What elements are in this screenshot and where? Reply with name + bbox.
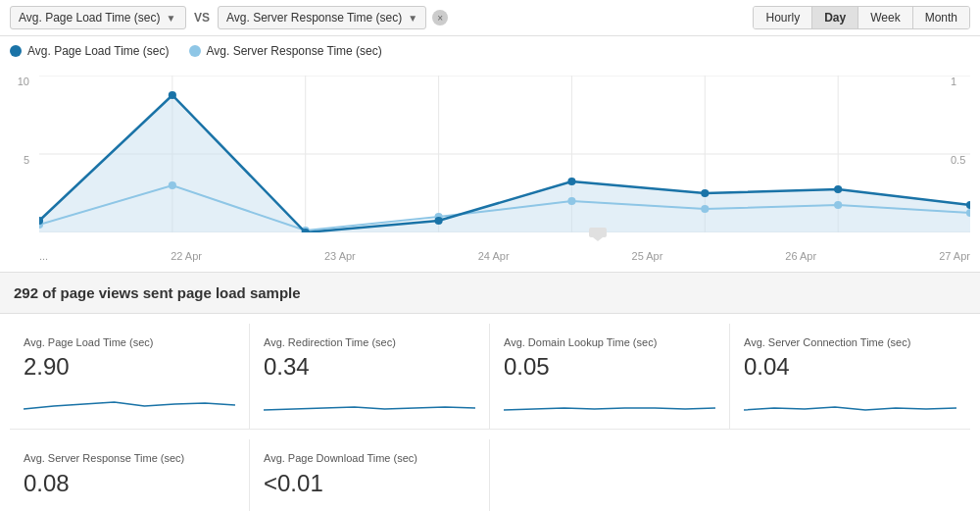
x-label-5: 26 Apr xyxy=(785,250,816,262)
x-label-2: 23 Apr xyxy=(324,250,356,262)
metric2-label: Avg. Server Response Time (sec) xyxy=(226,11,402,25)
metric-value-load-time: 2.90 xyxy=(24,353,235,381)
metric-card-page-download: Avg. Page Download Time (sec) <0.01 xyxy=(250,439,490,511)
legend-item-load-time: Avg. Page Load Time (sec) xyxy=(10,44,170,58)
sparkline-redirect-time xyxy=(264,384,475,414)
dot-r-6 xyxy=(834,201,842,209)
y-axis-left: 10 5 xyxy=(0,76,34,232)
metric-value-server-response: 0.08 xyxy=(24,470,235,497)
svg-marker-10 xyxy=(593,237,603,241)
sparkline-server-connection xyxy=(744,384,956,414)
day-button[interactable]: Day xyxy=(812,7,858,28)
metric-card-domain-lookup: Avg. Domain Lookup Time (sec) 0.05 xyxy=(490,324,730,430)
area-fill-load-time xyxy=(39,95,970,232)
metric-card-server-response: Avg. Server Response Time (sec) 0.08 xyxy=(10,439,250,511)
metric-card-load-time: Avg. Page Load Time (sec) 2.90 xyxy=(10,324,250,430)
metric1-chevron-icon: ▼ xyxy=(167,13,176,24)
close-button[interactable]: × xyxy=(432,10,448,26)
metrics-grid-row2: Avg. Server Response Time (sec) 0.08 Avg… xyxy=(0,439,980,511)
sparkline-page-download xyxy=(264,501,475,511)
y-right-label-05: 0.5 xyxy=(951,154,965,166)
y-axis-right: 1 0.5 xyxy=(946,76,980,232)
metric-card-redirect-time: Avg. Redirection Time (sec) 0.34 xyxy=(250,324,490,430)
dot-r-1 xyxy=(169,181,176,189)
x-label-3: 24 Apr xyxy=(478,250,510,262)
chart-area: 10 5 1 0.5 xyxy=(0,66,980,272)
x-label-1: 22 Apr xyxy=(171,250,202,262)
hourly-button[interactable]: Hourly xyxy=(754,7,812,28)
metric-label-domain-lookup: Avg. Domain Lookup Time (sec) xyxy=(504,335,715,349)
x-label-6: 27 Apr xyxy=(939,250,970,262)
week-button[interactable]: Week xyxy=(858,7,912,28)
chart-legend: Avg. Page Load Time (sec) Avg. Server Re… xyxy=(0,36,980,66)
chart-svg xyxy=(39,76,970,232)
metric2-chevron-icon: ▼ xyxy=(408,13,417,24)
y-label-5: 5 xyxy=(24,154,29,166)
legend-item-response-time: Avg. Server Response Time (sec) xyxy=(189,44,382,58)
metric-label-server-response: Avg. Server Response Time (sec) xyxy=(24,451,235,465)
metric-value-domain-lookup: 0.05 xyxy=(504,353,715,381)
legend-dot-response-time xyxy=(189,45,201,57)
x-label-0: ... xyxy=(39,250,48,262)
dot-l-4 xyxy=(567,178,575,185)
svg-rect-9 xyxy=(589,228,607,237)
legend-label-response-time: Avg. Server Response Time (sec) xyxy=(207,44,382,58)
metric-value-page-download: <0.01 xyxy=(264,470,475,497)
dot-l-6 xyxy=(834,185,842,193)
metric1-selector[interactable]: Avg. Page Load Time (sec) ▼ xyxy=(10,6,186,29)
metric-label-redirect-time: Avg. Redirection Time (sec) xyxy=(264,335,475,349)
summary-bar: 292 of page views sent page load sample xyxy=(0,272,980,314)
dot-r-4 xyxy=(567,197,575,205)
legend-dot-load-time xyxy=(10,45,22,57)
metric2-selector[interactable]: Avg. Server Response Time (sec) ▼ xyxy=(218,6,426,29)
metric-card-server-connection: Avg. Server Connection Time (sec) 0.04 xyxy=(730,324,970,430)
top-bar: Avg. Page Load Time (sec) ▼ VS Avg. Serv… xyxy=(0,0,980,36)
summary-text: 292 of page views sent page load sample xyxy=(14,284,301,301)
metric-label-server-connection: Avg. Server Connection Time (sec) xyxy=(744,335,956,349)
metric-value-server-connection: 0.04 xyxy=(744,353,956,381)
vs-label: VS xyxy=(194,11,210,25)
y-right-label-1: 1 xyxy=(951,76,956,87)
metric-value-redirect-time: 0.34 xyxy=(264,353,475,381)
legend-label-load-time: Avg. Page Load Time (sec) xyxy=(27,44,170,58)
sparkline-server-response xyxy=(24,501,235,511)
metric-label-load-time: Avg. Page Load Time (sec) xyxy=(24,335,235,349)
y-label-10: 10 xyxy=(18,76,29,87)
time-controls: Hourly Day Week Month xyxy=(753,6,970,29)
sparkline-load-time xyxy=(24,384,235,414)
dot-l-1 xyxy=(169,91,176,99)
x-axis-labels: ... 22 Apr 23 Apr 24 Apr 25 Apr 26 Apr 2… xyxy=(39,250,970,262)
month-button[interactable]: Month xyxy=(913,7,969,28)
x-label-4: 25 Apr xyxy=(632,250,663,262)
empty-cell-3 xyxy=(490,439,730,511)
chart-dropdown-arrow[interactable] xyxy=(589,228,607,244)
dot-r-5 xyxy=(701,205,709,213)
metric1-label: Avg. Page Load Time (sec) xyxy=(19,11,161,25)
dot-l-5 xyxy=(701,189,709,197)
metrics-grid-row1: Avg. Page Load Time (sec) 2.90 Avg. Redi… xyxy=(0,314,980,439)
metric-label-page-download: Avg. Page Download Time (sec) xyxy=(264,451,475,465)
empty-cell-4 xyxy=(730,439,970,511)
sparkline-domain-lookup xyxy=(504,384,715,414)
dot-l-3 xyxy=(434,217,442,225)
